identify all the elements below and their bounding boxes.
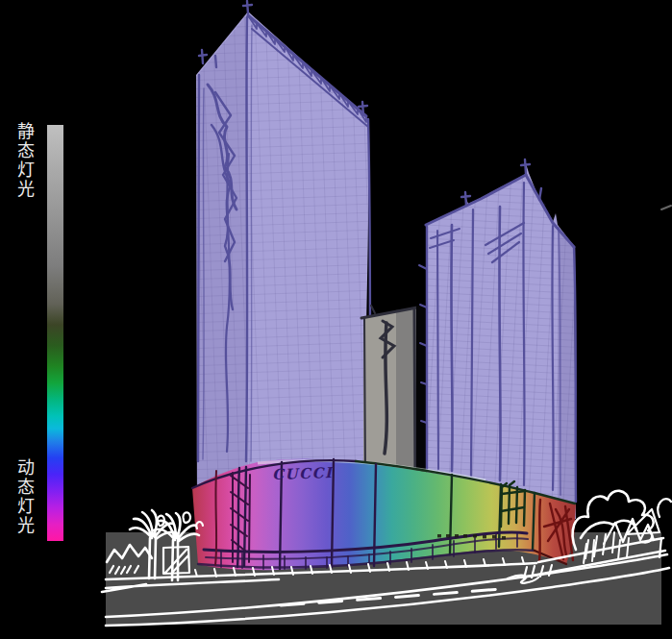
legend-top-label: 静态灯光	[11, 122, 34, 199]
sketch-horizon-dash	[661, 206, 671, 209]
main-tower	[196, 1, 371, 519]
podium-sign-text: CUCCI	[272, 464, 334, 483]
right-tower	[419, 160, 576, 519]
legend-bottom-label: 动态灯光	[11, 458, 34, 535]
scene-canvas	[0, 0, 672, 639]
lighting-concept-diagram: 静态灯光 动态灯光 CUCCI	[0, 0, 672, 639]
legend-colorbar	[47, 125, 63, 541]
